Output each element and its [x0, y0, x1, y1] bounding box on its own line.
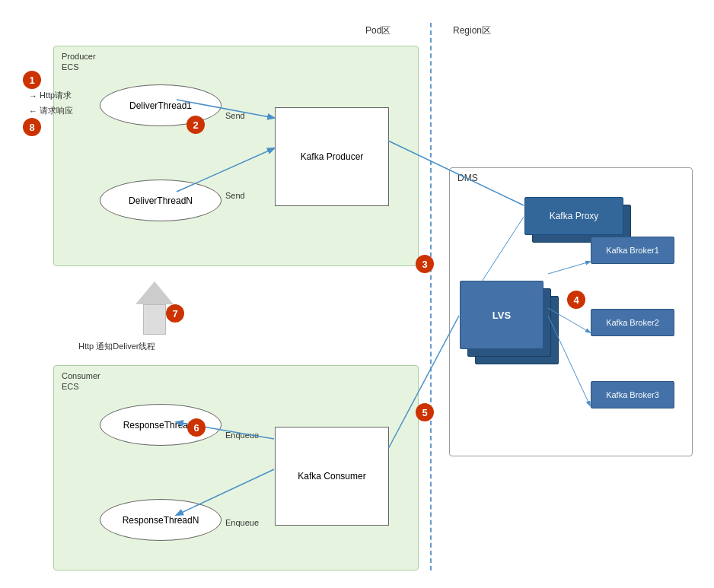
- num-circle-1: 1: [23, 71, 41, 89]
- pod-zone-label: Pod区: [365, 24, 390, 37]
- diagram: Pod区 Region区 Producer ECS DeliverThread1…: [0, 0, 714, 588]
- http-notify-label: Http 通知Deliver线程: [78, 341, 155, 352]
- arrow-body: [143, 304, 166, 335]
- producer-ecs-box: Producer ECS DeliverThread1 DeliverThrea…: [53, 46, 419, 266]
- dms-box: DMS Kafka Proxy LVS Kafka Broker1 Kafka …: [449, 167, 693, 456]
- deliver-threadN-ellipse: DeliverThreadN: [100, 180, 222, 221]
- region-zone-label: Region区: [453, 24, 491, 37]
- arrow-head: [135, 281, 174, 304]
- kafka-proxy-box: Kafka Proxy: [524, 197, 623, 235]
- kafka-consumer-box: Kafka Consumer: [275, 427, 389, 526]
- consumer-label: Consumer ECS: [62, 370, 100, 393]
- kafka-broker3-box: Kafka Broker3: [591, 381, 674, 408]
- num-circle-2: 2: [186, 116, 205, 134]
- response-threadN-ellipse: ResponseThreadN: [100, 499, 222, 541]
- http-response-line: ← 请求响应: [29, 105, 73, 116]
- num-circle-3: 3: [416, 255, 434, 273]
- num-circle-6: 6: [187, 418, 206, 437]
- num-circle-5: 5: [416, 403, 434, 421]
- num-circle-7: 7: [166, 304, 184, 323]
- send1-label: Send: [225, 111, 245, 120]
- enqueue1-label: Enqueue: [225, 431, 259, 440]
- kafka-broker2-box: Kafka Broker2: [591, 309, 674, 336]
- enqueue2-label: Enqueue: [225, 518, 259, 527]
- lvs-box: LVS: [460, 281, 543, 349]
- http-request-line: → Http请求: [29, 90, 72, 101]
- consumer-ecs-box: Consumer ECS ResponseThread1 ResponseThr…: [53, 365, 419, 571]
- dms-label: DMS: [457, 173, 478, 183]
- send2-label: Send: [225, 191, 245, 200]
- producer-label: Producer ECS: [62, 51, 96, 73]
- num-circle-4: 4: [567, 291, 585, 309]
- kafka-broker1-box: Kafka Broker1: [591, 237, 674, 264]
- num-circle-8: 8: [23, 118, 41, 136]
- kafka-producer-box: Kafka Producer: [275, 107, 389, 206]
- zone-divider: [430, 23, 432, 571]
